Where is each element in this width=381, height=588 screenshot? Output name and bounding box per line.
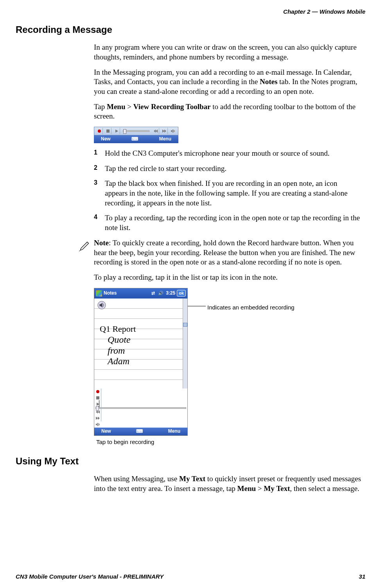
svg-rect-19	[96, 424, 97, 425]
notes-screenshot-figure: Indicates an embedded recording Notes ⇄ …	[94, 288, 365, 446]
running-header: Chapter 2 — Windows Mobile	[283, 8, 365, 16]
scrollbar[interactable]	[183, 298, 187, 388]
steps-list: 1Hold the CN3 Computer's microphone near…	[94, 149, 361, 233]
heading-recording: Recording a Message	[16, 23, 365, 36]
connectivity-icon: ⇄	[151, 290, 155, 296]
note-block: Note: To quickly create a recording, hol…	[94, 238, 361, 282]
note-icon	[79, 241, 90, 252]
softkey-new[interactable]: New	[101, 428, 111, 435]
svg-marker-6	[164, 129, 166, 133]
svg-point-12	[96, 390, 99, 393]
keyboard-icon[interactable]: ⌨	[136, 428, 143, 435]
volume-icon: 🔊	[158, 290, 164, 296]
step-number: 1	[94, 149, 97, 157]
handwriting-body: Quote from Adam	[100, 334, 136, 367]
svg-rect-22	[99, 424, 100, 425]
recording-toolbar-figure: New ⌨ Menu	[94, 127, 178, 143]
svg-marker-5	[162, 129, 164, 133]
footer-page-number: 31	[359, 573, 365, 581]
svg-point-0	[98, 129, 101, 133]
svg-rect-20	[97, 423, 98, 426]
step-number: 2	[94, 164, 97, 172]
note-canvas[interactable]: Q1 Report Quote from Adam	[94, 298, 187, 388]
svg-rect-1	[106, 129, 110, 133]
record-button[interactable]	[94, 388, 101, 395]
playback-slider[interactable]	[123, 130, 149, 132]
start-icon[interactable]	[96, 290, 102, 297]
volume-button[interactable]	[94, 421, 101, 428]
stop-button[interactable]	[94, 395, 101, 401]
svg-marker-3	[154, 129, 156, 133]
heading-mytext: Using My Text	[16, 455, 365, 467]
svg-marker-16	[98, 410, 100, 414]
svg-rect-10	[174, 130, 175, 132]
stop-button[interactable]	[104, 128, 111, 134]
title-bar: Notes ⇄ 🔊 3:25 ok	[94, 288, 187, 298]
step-number: 3	[94, 179, 97, 187]
keyboard-icon[interactable]: ⌨	[131, 136, 138, 142]
svg-marker-17	[96, 417, 98, 420]
svg-rect-9	[174, 130, 174, 132]
play-instruction: To play a recording, tap it in the list …	[94, 273, 361, 282]
record-button[interactable]	[96, 128, 103, 134]
play-button[interactable]	[113, 128, 120, 134]
body-para-2: In the Messaging program, you can add a …	[94, 68, 361, 97]
mytext-para: When using Messaging, use My Text to qui…	[94, 474, 361, 493]
svg-rect-7	[171, 130, 172, 132]
footer-left: CN3 Mobile Computer User's Manual - PREL…	[16, 573, 164, 581]
forward-button[interactable]	[161, 128, 168, 134]
forward-button[interactable]	[94, 415, 101, 421]
svg-rect-8	[173, 129, 173, 133]
svg-marker-4	[156, 129, 158, 133]
svg-rect-13	[96, 396, 99, 399]
clock-time: 3:25	[166, 290, 175, 297]
svg-rect-21	[99, 423, 99, 426]
svg-marker-18	[98, 417, 100, 420]
svg-marker-15	[96, 410, 98, 414]
svg-marker-2	[115, 129, 118, 133]
playback-slider[interactable]	[95, 407, 186, 409]
volume-button[interactable]	[169, 128, 176, 134]
softkey-new[interactable]: New	[101, 136, 111, 142]
callout-line	[188, 306, 206, 306]
embedded-recording-icon[interactable]	[97, 301, 106, 309]
rewind-button[interactable]	[152, 128, 159, 134]
caption-tap-record: Tap to begin recording	[96, 438, 365, 446]
callout-embedded-recording: Indicates an embedded recording	[207, 304, 295, 311]
app-title: Notes	[104, 290, 117, 297]
softkey-menu[interactable]: Menu	[159, 136, 171, 142]
handwriting-title: Q1 Report	[100, 324, 136, 335]
body-para-1: In any program where you can write or dr…	[94, 43, 361, 62]
body-para-3: Tap Menu > View Recording Toolbar to add…	[94, 102, 361, 121]
ok-button[interactable]: ok	[177, 290, 186, 296]
softkey-menu[interactable]: Menu	[168, 428, 180, 435]
step-number: 4	[94, 213, 97, 221]
